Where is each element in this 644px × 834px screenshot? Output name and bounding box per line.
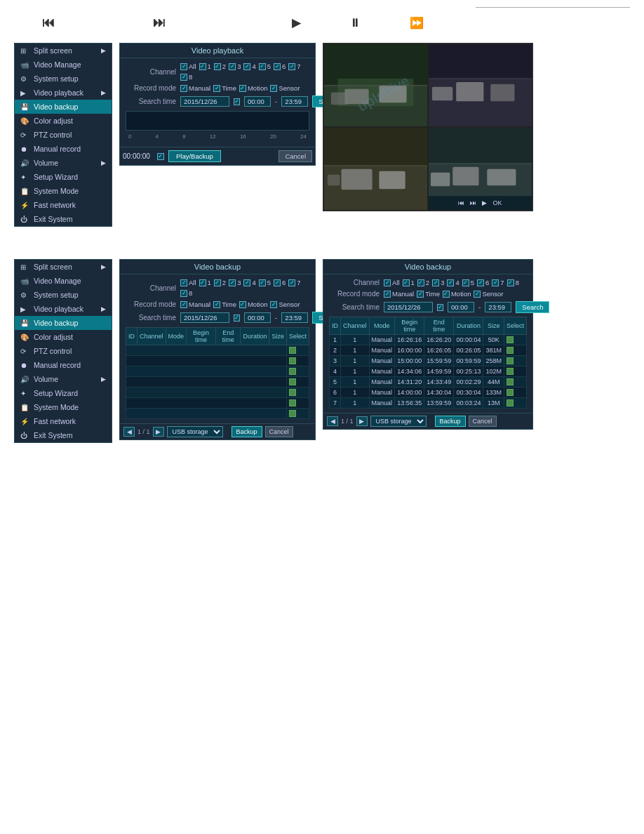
- playback-checkbox[interactable]: [157, 153, 164, 160]
- sidebar-item-split-screen[interactable]: ⊞ Split screen ▶: [15, 44, 112, 58]
- bl-cb-ch1-box[interactable]: [199, 279, 206, 286]
- bl-cb-manual[interactable]: Manual: [180, 300, 210, 308]
- bl-cb-ch5-box[interactable]: [259, 279, 266, 286]
- backup-left-time-to[interactable]: [281, 312, 308, 323]
- sidebar2-item-exit-system[interactable]: ⏻ Exit System: [15, 428, 112, 442]
- sidebar2-item-video-playback[interactable]: ▶ Video playback ▶: [15, 302, 112, 316]
- sidebar2-item-fast-network[interactable]: ⚡ Fast network: [15, 414, 112, 428]
- bl-cb-time-box[interactable]: [213, 301, 220, 308]
- sidebar-item-setup-wizard[interactable]: ✦ Setup Wizard: [15, 170, 112, 184]
- sidebar-item-manual-record[interactable]: ⏺ Manual record: [15, 142, 112, 156]
- cb-manual-box[interactable]: [180, 85, 187, 92]
- cb-ch5[interactable]: 5: [259, 62, 271, 70]
- br-cb-ch4[interactable]: 4: [447, 279, 459, 286]
- bl-cb-ch6-box[interactable]: [274, 279, 281, 286]
- cb-ch1-box[interactable]: [199, 63, 206, 70]
- br-cb-manual-box[interactable]: [384, 291, 391, 298]
- bl-cb-motion-box[interactable]: [239, 301, 246, 308]
- cb-ch8[interactable]: 8: [180, 73, 192, 81]
- br-cb-ch6[interactable]: 6: [477, 279, 489, 286]
- sidebar-item-fast-network[interactable]: ⚡ Fast network: [15, 198, 112, 212]
- row-checkbox[interactable]: [289, 378, 296, 385]
- sidebar2-item-video-manage[interactable]: 📹 Video Manage: [15, 274, 112, 288]
- bl-cb-ch7-box[interactable]: [288, 279, 295, 286]
- cb-ch6[interactable]: 6: [274, 62, 286, 70]
- br-cb-ch3[interactable]: 3: [432, 279, 444, 286]
- br-cb-ch5[interactable]: 5: [462, 279, 474, 286]
- storage-select-right[interactable]: USB storage: [370, 416, 427, 427]
- cb-sensor[interactable]: Sensor: [270, 84, 300, 92]
- br-cb-ch8-box[interactable]: [507, 279, 514, 286]
- cb-sensor-box[interactable]: [270, 85, 277, 92]
- sidebar-item-video-backup[interactable]: 💾 Video backup: [15, 100, 112, 114]
- bl-cb-ch2[interactable]: 2: [214, 279, 226, 286]
- cb-ch8-box[interactable]: [180, 74, 187, 81]
- cancel-button-left[interactable]: Cancel: [265, 426, 293, 437]
- br-cb-ch7[interactable]: 7: [492, 279, 504, 286]
- sidebar-item-ptz-control[interactable]: ⟳ PTZ control: [15, 128, 112, 142]
- br-cb-sensor-box[interactable]: [474, 291, 481, 298]
- br-cb-time[interactable]: Time: [417, 290, 440, 298]
- cb-motion-box[interactable]: [239, 85, 246, 92]
- br-cb-all-box[interactable]: [384, 279, 391, 286]
- br-cb-ch6-box[interactable]: [477, 279, 484, 286]
- sidebar-item-color-adjust[interactable]: 🎨 Color adjust: [15, 114, 112, 128]
- br-cb-ch4-box[interactable]: [447, 279, 454, 286]
- br-cb-ch7-box[interactable]: [492, 279, 499, 286]
- cb-ch6-box[interactable]: [274, 63, 281, 70]
- row-checkbox[interactable]: [507, 378, 514, 385]
- row-checkbox[interactable]: [507, 368, 514, 375]
- row-checkbox[interactable]: [507, 336, 514, 343]
- cb-manual[interactable]: Manual: [180, 84, 210, 92]
- br-cb-motion-box[interactable]: [443, 291, 450, 298]
- bl-cb-ch3-box[interactable]: [229, 279, 236, 286]
- br-cb-ch2-box[interactable]: [417, 279, 424, 286]
- sidebar-item-video-playback[interactable]: ▶ Video playback ▶: [15, 86, 112, 100]
- timeline-area[interactable]: [126, 111, 309, 131]
- time-to-input[interactable]: [281, 96, 308, 107]
- bl-cb-all[interactable]: All: [180, 279, 196, 286]
- row-checkbox[interactable]: [289, 347, 296, 354]
- right-page-next-button[interactable]: ▶: [356, 416, 368, 426]
- prev-icon[interactable]: ⏮: [42, 15, 55, 30]
- br-cb-ch1-box[interactable]: [403, 279, 410, 286]
- cb-ch3[interactable]: 3: [229, 62, 241, 70]
- cancel-button-1[interactable]: Cancel: [279, 150, 312, 162]
- cb-all-box[interactable]: [180, 63, 187, 70]
- br-cb-manual[interactable]: Manual: [384, 290, 414, 298]
- cb-ch2[interactable]: 2: [214, 62, 226, 70]
- sidebar2-item-manual-record[interactable]: ⏺ Manual record: [15, 358, 112, 372]
- row-checkbox[interactable]: [507, 357, 514, 364]
- cb-ch7-box[interactable]: [288, 63, 295, 70]
- br-date-checkbox[interactable]: [437, 304, 443, 311]
- br-cb-all[interactable]: All: [384, 279, 400, 286]
- row-checkbox[interactable]: [289, 368, 296, 375]
- br-cb-time-box[interactable]: [417, 291, 424, 298]
- bl-cb-ch7[interactable]: 7: [288, 279, 300, 286]
- cancel-button-right[interactable]: Cancel: [469, 416, 497, 427]
- bl-cb-ch4[interactable]: 4: [243, 279, 255, 286]
- cb-ch4-box[interactable]: [243, 63, 250, 70]
- bl-cb-ch6[interactable]: 6: [274, 279, 286, 286]
- cb-motion[interactable]: Motion: [239, 84, 268, 92]
- bl-cb-ch2-box[interactable]: [214, 279, 221, 286]
- backup-right-time-to[interactable]: [485, 302, 511, 312]
- sidebar-item-volume[interactable]: 🔊 Volume ▶: [15, 156, 112, 170]
- play-backup-button[interactable]: Play/Backup: [168, 150, 221, 162]
- cb-ch5-box[interactable]: [259, 63, 266, 70]
- bl-cb-ch1[interactable]: 1: [199, 279, 211, 286]
- cb-ch1[interactable]: 1: [199, 62, 211, 70]
- sidebar2-item-color-adjust[interactable]: 🎨 Color adjust: [15, 330, 112, 344]
- page-next-button[interactable]: ▶: [153, 427, 164, 437]
- backup-right-search-button[interactable]: Search: [516, 301, 549, 313]
- bl-date-checkbox[interactable]: [234, 315, 240, 322]
- sidebar-item-system-mode[interactable]: 📋 System Mode: [15, 184, 112, 198]
- sidebar2-item-split-screen[interactable]: ⊞ Split screen ▶: [15, 260, 112, 274]
- sidebar2-item-video-backup[interactable]: 💾 Video backup: [15, 316, 112, 330]
- backup-left-date-input[interactable]: [180, 312, 229, 323]
- row-checkbox[interactable]: [507, 347, 514, 354]
- br-cb-ch3-box[interactable]: [432, 279, 439, 286]
- sidebar2-item-system-setup[interactable]: ⚙ System setup: [15, 288, 112, 302]
- br-cb-motion[interactable]: Motion: [443, 290, 471, 298]
- row-checkbox[interactable]: [507, 389, 514, 396]
